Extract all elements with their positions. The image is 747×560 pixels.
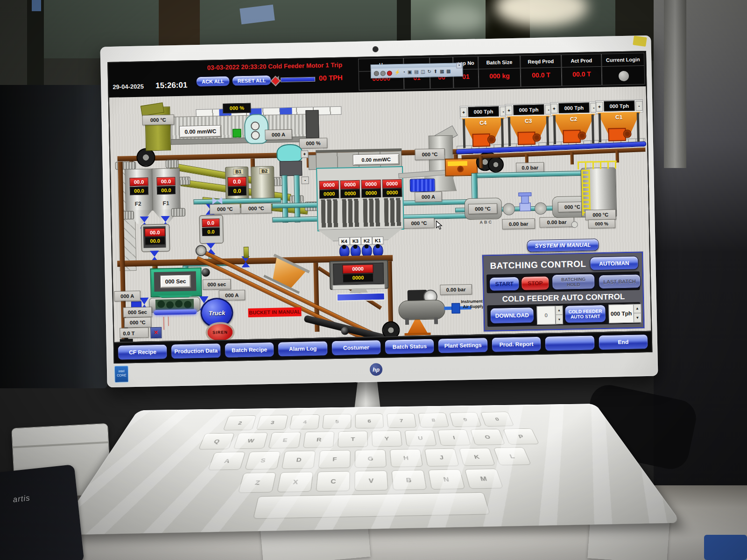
nav-blank[interactable] — [545, 335, 595, 351]
pause-icon[interactable] — [381, 71, 386, 76]
floating-toolbar[interactable]: × ⚡ ◔ ▣ ▤ ◫ ↻ ⬆ ▦ ▩ — [370, 63, 463, 78]
auto-man-button[interactable]: AUTO/MAN — [590, 256, 639, 270]
prod-col-batch-size: Batch Size 000 kg — [478, 56, 521, 88]
feeder-post — [637, 112, 640, 141]
nav-alarm-log[interactable]: Alarm Log — [278, 341, 328, 357]
damper-minus-button[interactable]: - — [301, 176, 309, 184]
baghouse-temp-label: 000 °C — [403, 218, 434, 229]
cold-feeder-auto-start-button[interactable]: COLD FEEDER AUTO START — [564, 305, 606, 323]
batching-panel: BATCHING CONTROL AUTO/MAN START STOP BAT… — [482, 252, 644, 331]
download-button[interactable]: DOWNLOAD — [490, 307, 534, 324]
keyboard-key: A — [208, 452, 246, 470]
time-text: 15:26:01 — [155, 81, 187, 91]
belt-feeder-pulley — [623, 130, 631, 138]
record-red-icon[interactable] — [387, 70, 392, 76]
keyboard-key: V — [354, 470, 388, 491]
mixer-sec3-label: 000 Sec — [123, 307, 152, 317]
keyboard-key: U — [404, 430, 437, 446]
bar1-label: 0.00 bar — [502, 218, 535, 229]
load-weight-label: 0.0 T — [120, 327, 148, 338]
keyboard-key: M — [465, 469, 503, 489]
nav-batch-recipe[interactable]: Batch Recipe — [225, 342, 275, 358]
silo-f2-label: F2 — [134, 201, 141, 207]
nav-end[interactable]: End — [598, 334, 648, 350]
nav-cf-recipe[interactable]: CF Recipe — [118, 344, 168, 360]
burner-green-box — [233, 129, 241, 137]
bucket-manual-banner: BUCKET IN MANUAL — [248, 308, 301, 317]
glass-reflection — [434, 5, 486, 33]
prod-col-value: 000 kg — [479, 69, 521, 84]
filter-bags — [384, 198, 401, 226]
k2-valve-label: K2 — [361, 237, 372, 245]
feeder-c1: + - 000 Tph C1 — [595, 98, 644, 141]
spinner-down-icon[interactable]: ▼ — [556, 315, 563, 324]
volume-slider-track[interactable] — [281, 77, 315, 83]
keyboard-key: H — [390, 449, 423, 467]
tank-b1-red-display: 0.0 — [227, 177, 246, 187]
toolbar-icons[interactable]: ⚡ ◔ ▣ ▤ ◫ ↻ ⬆ ▦ ▩ — [395, 69, 451, 75]
load-reset-button[interactable]: × — [150, 327, 162, 338]
reset-all-button[interactable]: RESET ALL — [232, 75, 271, 86]
feeder-plus-button[interactable]: + — [460, 107, 467, 117]
intel-badge-line1: intel — [119, 370, 125, 373]
volume-slider-knob[interactable] — [270, 76, 281, 86]
right-window-frame — [664, 0, 686, 168]
keyboard-key: D — [282, 451, 316, 469]
silo-f1-yellow-display: 00.0 — [157, 186, 176, 195]
ack-all-button[interactable]: ACK ALL — [196, 76, 230, 87]
spinner-value[interactable]: 0 — [536, 306, 556, 325]
keyboard-key: 4 — [289, 414, 320, 429]
cf-tph-up-icon[interactable]: ▲ — [633, 304, 641, 313]
toolbar-titlebar[interactable] — [371, 63, 462, 69]
compressor-tank — [398, 300, 445, 320]
last-batch-button[interactable]: LAST BATCH — [599, 274, 641, 289]
dryer-percent-display: 000 % — [223, 103, 251, 113]
keyboard: 234567890 QWERTYUIOP ASDFGHJKL ZXCVBNM — [55, 404, 681, 535]
cf-tph-value[interactable]: 000 Tph — [608, 304, 634, 323]
nav-production-data[interactable]: Production Data — [171, 343, 221, 359]
stop-button[interactable]: STOP — [521, 276, 550, 290]
batching-title: BATCHING CONTROL — [490, 259, 586, 271]
dryer-amp-label: 000 A — [265, 129, 292, 140]
nav-costumer[interactable]: Costumer — [331, 340, 381, 356]
start-button[interactable]: START — [489, 277, 520, 291]
keyboard-key: J — [424, 448, 459, 467]
spinner-up-icon[interactable]: ▲ — [555, 306, 563, 315]
damper-plus-button[interactable]: + — [301, 150, 308, 158]
keyboard-key: 6 — [355, 413, 384, 428]
blue-motor — [410, 178, 436, 192]
feeder-plus-button[interactable]: + — [596, 102, 603, 112]
keyboard-key: Y — [372, 430, 402, 447]
bar2-label: 0.00 bar — [539, 217, 574, 228]
nav-prod-report[interactable]: Prod. Report — [492, 336, 542, 352]
keyboard-key: C — [316, 471, 350, 491]
feeder-plus-button[interactable]: + — [550, 104, 557, 113]
hp-logo: hp — [370, 363, 383, 376]
mixer-temp-label: 000 °C — [124, 317, 151, 328]
silo-f1-red-display: 00.0 — [156, 177, 175, 186]
weigh2-red-display: 0.0 — [202, 218, 219, 227]
keyboard-key: Z — [238, 472, 276, 493]
keyboard-key: 8 — [418, 413, 449, 427]
keyboard-key: 7 — [387, 413, 416, 428]
nav-plant-settings[interactable]: Plant Settings — [438, 337, 488, 353]
batching-hold-button[interactable]: BATCHING HOLD — [552, 273, 595, 290]
record-gray-icon[interactable] — [374, 71, 379, 76]
cf-tph-down-icon[interactable]: ▼ — [634, 313, 641, 322]
feeder-c4: + - 000 Tph C4 — [459, 104, 508, 147]
hx-temp-label: 000 °C — [468, 203, 497, 214]
prod-col-act-prod: Act Prod 00.0 T — [561, 54, 602, 86]
keyboard-key: L — [493, 447, 531, 465]
system-manual-status[interactable]: SYSTEM IN MANUAL — [527, 238, 599, 252]
keyboard-key: T — [338, 431, 368, 447]
toolbar-close-icon[interactable]: × — [456, 63, 462, 68]
dryer-temp-label: 000 °C — [142, 114, 174, 125]
window-frame — [27, 0, 44, 93]
fan-percent-label: 000 % — [299, 138, 327, 148]
feeder-minus-button[interactable]: - — [635, 101, 642, 111]
nav-batch-status[interactable]: Batch Status — [385, 339, 435, 355]
stack-temp-label: 000 °C — [415, 148, 444, 160]
air-valve — [451, 303, 460, 313]
vtank-temp-label: 000 °C — [585, 209, 616, 220]
feeder-plus-button[interactable]: + — [505, 105, 512, 115]
